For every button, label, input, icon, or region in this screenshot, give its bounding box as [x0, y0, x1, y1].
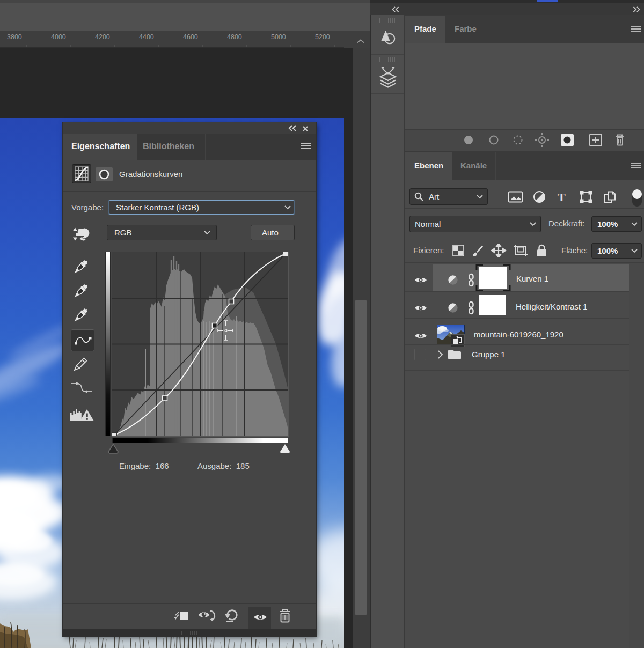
- svg-text:4200: 4200: [95, 33, 110, 41]
- svg-text:3800: 3800: [7, 33, 22, 41]
- svg-text:4800: 4800: [227, 33, 242, 41]
- svg-text:4400: 4400: [139, 33, 154, 41]
- svg-text:T: T: [558, 190, 566, 204]
- svg-text:4600: 4600: [183, 33, 198, 41]
- svg-text:5000: 5000: [271, 33, 286, 41]
- svg-text:4000: 4000: [51, 33, 66, 41]
- svg-text:5200: 5200: [315, 33, 330, 41]
